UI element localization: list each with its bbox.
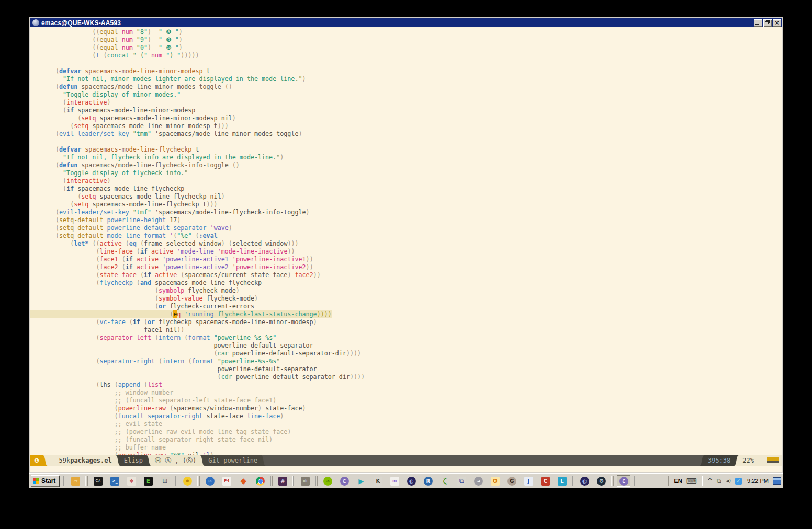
code-line[interactable] [55,60,782,67]
r-app-icon[interactable]: R [421,475,435,487]
modeline-major-mode[interactable]: Elisp [120,455,146,466]
code-line[interactable]: (let* ((active (eq (frame-selected-windo… [55,240,782,248]
code-line[interactable]: ((equal num "0") " ❿ ") [55,44,782,52]
modeline-version-control[interactable]: Git-powerline [205,455,261,466]
jabber-icon[interactable]: J [522,475,535,487]
code-line[interactable]: (car powerline-default-separator-dir)))) [55,350,782,358]
code-area[interactable]: ((equal num "8") " ❽ ") ((equal num "9")… [30,27,782,455]
code-line[interactable]: (vc-face (if (or flycheckp spacemacs-mod… [55,318,782,326]
code-line[interactable]: (defun spacemacs/mode-line-flycheck-info… [55,162,782,169]
code-line[interactable]: "Toggle display of flycheck info." [55,169,782,177]
minimize-button[interactable] [754,19,762,27]
code-line[interactable]: (face2 (if active 'powerline-active2 'po… [55,263,782,271]
code-line[interactable]: (defvar spacemacs-mode-line-minor-modesp… [55,67,782,75]
code-line[interactable]: (powerline-raw (spacemacs/window-number)… [55,405,782,412]
code-line[interactable]: ;; evil state [55,420,782,428]
code-line[interactable]: (cdr powerline-default-separator-dir)))) [55,373,782,381]
show-desktop-icon[interactable] [773,477,781,485]
remote-desktop-icon[interactable]: ⧉ [455,475,468,487]
gimp-icon[interactable]: G [505,475,518,487]
powershell-icon[interactable]: >_ [108,475,121,487]
emacs-icon[interactable]: ε [337,475,351,487]
taskbar-grip[interactable] [611,476,614,486]
eclipse2-icon[interactable]: ◐ [578,475,591,487]
eclipse-icon[interactable]: ◐ [404,475,418,487]
code-line[interactable]: (lhs (append (list [55,381,782,389]
code-line[interactable]: (setq spacemacs-mode-line-minor-modesp t… [55,122,782,130]
emacs-terminal-icon[interactable]: E [141,475,155,487]
keyboard-layout-icon[interactable]: ⌨ [686,477,697,485]
code-line[interactable]: (setq spacemacs-mode-line-flycheckp nil) [55,193,782,201]
code-line[interactable]: (line-face (if active 'mode-line 'mode-l… [55,248,782,256]
code-line[interactable]: (defun spacemacs/mode-line-minor-modes-t… [55,83,782,91]
code-line[interactable]: "If not nil, flycheck info are displayed… [55,154,782,162]
modeline-window-number[interactable]: ❶ [30,455,43,466]
code-line[interactable]: (state-face (if active (spacemacs/curren… [55,271,782,279]
code-line[interactable]: "Toggle display of minor modes." [55,91,782,99]
snake-icon[interactable]: ζ [438,475,452,487]
cyberduck-icon[interactable]: ● [181,475,194,487]
modeline-line-column[interactable]: 395:38 [704,455,734,466]
code-line[interactable]: ;; (funcall separator-right state-face n… [55,436,782,444]
infinity-app-icon[interactable]: ∞ [388,475,401,487]
code-line[interactable]: (evil-leader/set-key "tmf" 'spacemacs/mo… [55,209,782,216]
code-line[interactable]: (separator-right (intern (format "powerl… [55,358,782,365]
code-line[interactable]: (flycheckp (and spacemacs-mode-line-flyc… [55,279,782,287]
code-line[interactable]: (symbolp flycheck-mode) [55,287,782,295]
code-line[interactable]: ;; window number [55,389,782,397]
code-line[interactable]: ;; (funcall separator-left state-face fa… [55,397,782,405]
language-indicator[interactable]: EN [674,478,682,484]
hide-icons-chevron[interactable]: ^ [707,477,713,485]
code-line[interactable]: ;; buffer name [55,444,782,452]
spotify-icon[interactable]: ≋ [321,475,334,487]
slack-icon[interactable]: # [276,475,289,487]
code-line[interactable] [55,138,782,146]
code-line[interactable]: (setq-default powerline-height 17) [55,216,782,224]
taskbar-grip[interactable] [63,476,65,486]
code-line[interactable]: ((equal num "8") " ❽ ") [55,28,782,36]
taskbar-grip[interactable] [292,476,295,486]
play-store-icon[interactable]: ▶ [354,475,368,487]
code-line[interactable]: (interactive) [55,177,782,185]
volume-icon[interactable]: ◄) [726,478,731,484]
l-app-icon[interactable]: L [555,475,569,487]
setup-installer-icon[interactable]: ⊞ [158,475,172,487]
red-c-app-icon[interactable]: C [538,475,552,487]
taskbar-grip[interactable] [197,476,200,486]
code-line[interactable]: (defvar spacemacs-mode-line-flycheckp t [55,146,782,154]
start-button[interactable]: Start [31,475,59,487]
media-player-icon[interactable]: ◄ [471,475,485,487]
taskbar-grip[interactable] [634,476,636,486]
taskbar-grip[interactable] [572,476,574,486]
code-line[interactable]: (powerline-raw "%*" nil 'l) [55,452,782,455]
k-app-icon[interactable]: K [371,475,385,487]
code-line[interactable]: (or flycheck-current-errors [55,303,782,310]
code-line[interactable]: (setq-default mode-line-format '("%e" (:… [55,232,782,240]
dropbox-icon[interactable]: ✓ [735,478,742,485]
code-line[interactable]: ((equal num "9") " ❾ ") [55,36,782,44]
network-status-icon[interactable]: ⧉ [717,477,721,485]
taskbar-grip[interactable] [85,476,88,486]
taskbar-grip[interactable] [175,476,177,486]
restore-button[interactable] [763,19,772,27]
code-line[interactable]: (face1 (if active 'powerline-active1 'po… [55,256,782,263]
taskbar-grip[interactable] [270,476,273,486]
outlook-icon[interactable]: O [488,475,502,487]
vertical-bars-icon[interactable]: ıılı [298,475,312,487]
code-line[interactable]: (eq 'running flycheck-last-status-change… [55,310,782,318]
clock[interactable]: 9:22 PM [747,478,769,484]
code-line[interactable]: (interactive) [55,99,782,107]
code-line[interactable]: (if spacemacs-mode-line-flycheckp [55,185,782,193]
modeline-buffer-info[interactable]: - 59k packages.el [48,455,116,466]
close-button[interactable]: × [773,19,781,27]
code-line[interactable]: (setq-default powerline-default-separato… [55,224,782,232]
taskbar-grip[interactable] [315,476,318,486]
my-documents-folder-icon[interactable]: ▱ [69,475,82,487]
emacs-taskbar-button[interactable]: ε [617,475,630,487]
modeline-position-hud[interactable] [762,455,782,466]
globe-icon[interactable]: ≋ [203,475,217,487]
code-line[interactable]: (separator-left (intern (format "powerli… [55,334,782,342]
code-line[interactable]: (if spacemacs-mode-line-minor-modesp [55,107,782,114]
code-line[interactable]: (funcall separator-right state-face line… [55,412,782,420]
code-line[interactable]: powerline-default-separator [55,342,782,350]
